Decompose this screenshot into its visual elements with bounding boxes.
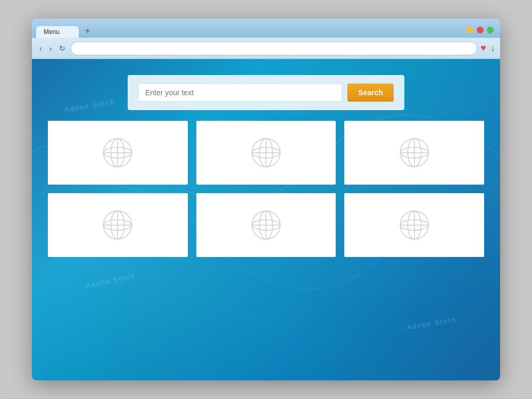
grid-card-2[interactable]: [196, 121, 336, 185]
globe-icon-1: [99, 134, 136, 171]
download-icon[interactable]: ↓: [491, 44, 495, 53]
maximize-button[interactable]: [487, 27, 494, 34]
refresh-button[interactable]: ↻: [57, 44, 68, 53]
address-bar: ‹ › ↻ ⌕ ♥ ↓: [32, 38, 500, 59]
watermark-4: Adobe Stock: [406, 315, 458, 331]
globe-icon-6: [396, 206, 433, 244]
grid-card-4[interactable]: [48, 193, 188, 257]
globe-icon-3: [396, 134, 433, 171]
tab-bar: Menu +: [32, 19, 500, 38]
watermark-3: Adobe Stock: [85, 271, 136, 290]
browser-tab[interactable]: Menu: [36, 26, 79, 38]
tab-label: Menu: [44, 28, 60, 36]
globe-icon-5: [247, 206, 285, 244]
address-input-wrapper: ⌕: [71, 41, 477, 55]
new-tab-button[interactable]: +: [81, 24, 94, 38]
grid-card-5[interactable]: [196, 193, 336, 257]
content-area: Adobe Stock Adobe Stock Adobe Stock Adob…: [32, 59, 500, 380]
address-right-icons: ♥ ↓: [480, 43, 495, 54]
watermark-1: Adobe Stock: [63, 97, 115, 114]
search-container: Search: [128, 75, 404, 110]
browser-window: Menu + ‹ › ↻ ⌕ ♥ ↓: [32, 19, 500, 380]
address-input[interactable]: [71, 41, 477, 55]
grid-card-3[interactable]: [344, 121, 484, 185]
search-input[interactable]: [138, 84, 342, 102]
window-controls: [467, 27, 494, 34]
grid-container: [48, 121, 484, 257]
search-button[interactable]: Search: [347, 84, 394, 102]
globe-icon-4: [99, 206, 136, 244]
grid-card-1[interactable]: [48, 121, 188, 185]
close-button[interactable]: [477, 27, 484, 34]
favorites-icon[interactable]: ♥: [480, 43, 486, 54]
globe-icon-2: [247, 134, 285, 171]
grid-card-6[interactable]: [344, 193, 484, 257]
forward-button[interactable]: ›: [47, 44, 54, 53]
back-button[interactable]: ‹: [37, 44, 44, 53]
minimize-button[interactable]: [467, 27, 473, 34]
